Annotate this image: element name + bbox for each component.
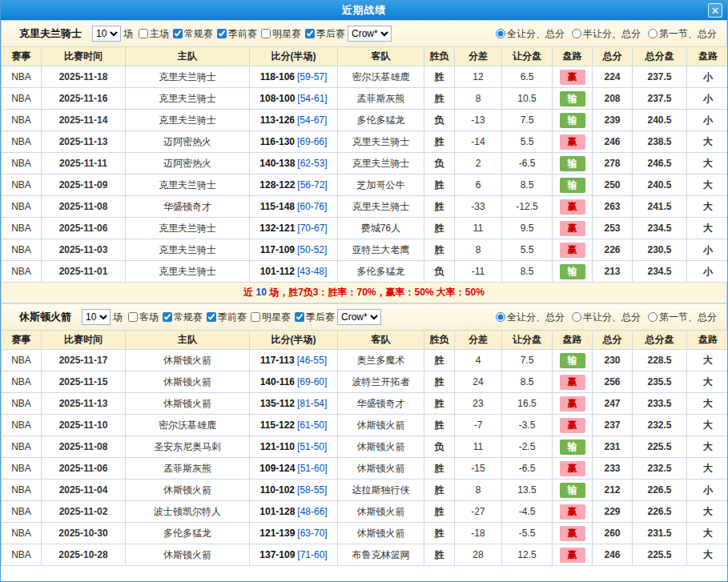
cell-home-team: 克里夫兰骑士: [126, 239, 250, 261]
handicap-result-badge: 赢: [560, 243, 585, 258]
cell-result: 胜: [424, 239, 455, 261]
filter-radio[interactable]: 全让分、总分: [496, 27, 565, 41]
checkbox-input[interactable]: [305, 29, 315, 38]
checkbox-input[interactable]: [295, 312, 304, 322]
half-score-text: [56-72]: [297, 179, 327, 191]
cell-handicap-line: -6.5: [502, 153, 553, 175]
cell-league: NBA: [2, 131, 42, 153]
cell-league: NBA: [2, 480, 42, 501]
filter-checkbox[interactable]: 常规赛: [163, 311, 203, 324]
cell-total-points: 239: [593, 110, 633, 131]
column-header: 比赛时间: [42, 47, 126, 66]
checkbox-input[interactable]: [207, 312, 216, 322]
odds-company-select[interactable]: Crow*: [348, 26, 392, 42]
cell-handicap-result: 赢: [553, 501, 593, 523]
cell-total-points: 213: [593, 261, 633, 283]
cell-over-under: 小: [687, 66, 728, 88]
cell-home-team: 克里夫兰骑士: [126, 175, 250, 196]
cell-total-line: 241.5: [633, 196, 687, 218]
game-row: NBA 2025-11-17 休斯顿火箭 117-113[46-55] 奥兰多魔…: [2, 350, 728, 371]
cell-away-team: 休斯顿火箭: [338, 436, 424, 458]
half-score-text: [51-50]: [297, 441, 327, 452]
games-count-select[interactable]: 10: [82, 309, 111, 325]
radio-input[interactable]: [572, 29, 581, 38]
game-row: NBA 2025-11-08 圣安东尼奥马刺 121-110[51-50] 休斯…: [2, 436, 728, 458]
radio-input[interactable]: [572, 312, 581, 322]
score-text: 113-126: [260, 114, 295, 126]
odds-company-select[interactable]: Crow*: [337, 309, 381, 325]
filter-checkbox[interactable]: 明星赛: [261, 27, 301, 41]
checkbox-label: 季前赛: [218, 311, 247, 324]
cell-away-team: 芝加哥公牛: [338, 175, 424, 196]
game-row: NBA 2025-11-15 休斯顿火箭 140-116[69-60] 波特兰开…: [2, 371, 728, 393]
half-score-text: [46-55]: [297, 355, 327, 366]
cell-date: 2025-11-08: [42, 436, 126, 458]
cell-handicap-result: 赢: [553, 458, 593, 480]
cell-point-diff: 4: [455, 350, 502, 371]
cell-away-team: 波特兰开拓者: [338, 371, 424, 393]
radio-input[interactable]: [496, 29, 505, 38]
cell-away-team: 休斯顿火箭: [338, 458, 424, 480]
checkbox-label: 常规赛: [174, 311, 203, 324]
filter-checkbox[interactable]: 季前赛: [217, 27, 257, 41]
cell-over-under: 小: [687, 110, 728, 131]
filter-checkbox[interactable]: 常规赛: [173, 27, 213, 41]
handicap-result-badge: 输: [560, 113, 585, 128]
handicap-result-badge: 赢: [560, 548, 585, 563]
cell-over-under: 大: [687, 175, 728, 196]
filter-checkbox[interactable]: 季前赛: [207, 311, 247, 324]
score-text: 121-110: [260, 441, 295, 452]
checkbox-input[interactable]: [128, 312, 138, 322]
half-score-text: [54-67]: [297, 114, 327, 126]
filter-checkbox[interactable]: 客场: [128, 311, 159, 324]
checkbox-input[interactable]: [217, 29, 227, 38]
radio-input[interactable]: [648, 312, 658, 322]
checkbox-input[interactable]: [163, 312, 172, 322]
checkbox-label: 明星赛: [262, 311, 291, 324]
table-body: NBA 2025-11-17 休斯顿火箭 117-113[46-55] 奥兰多魔…: [2, 350, 728, 566]
cell-date: 2025-10-28: [42, 544, 126, 566]
radio-label: 半让分、总分: [583, 27, 641, 41]
checkbox-input[interactable]: [173, 29, 183, 38]
checkbox-input[interactable]: [139, 29, 148, 38]
filter-radio[interactable]: 第一节、总分: [648, 311, 717, 324]
cell-handicap-line: -2.5: [502, 436, 553, 458]
half-score-text: [69-60]: [297, 376, 327, 387]
cell-away-team: 孟菲斯灰熊: [338, 88, 424, 110]
cell-over-under: 小: [687, 480, 728, 501]
score-text: 128-122: [259, 179, 295, 191]
column-header: 让分盘: [502, 331, 553, 350]
filter-checkbox[interactable]: 明星赛: [251, 311, 291, 324]
filter-radio[interactable]: 全让分、总分: [496, 311, 565, 324]
table-header-row: 赛事比赛时间主队比分(半场)客队胜负分差让分盘盘路总分总分盘盘路: [2, 331, 728, 350]
cell-away-team: 休斯顿火箭: [338, 523, 424, 544]
score-text: 101-128: [259, 506, 295, 517]
cell-league: NBA: [2, 66, 42, 88]
checkbox-input[interactable]: [261, 29, 271, 38]
filter-radio[interactable]: 半让分、总分: [572, 27, 641, 41]
cell-result: 负: [424, 110, 455, 131]
cell-date: 2025-11-09: [42, 175, 126, 196]
cell-point-diff: 11: [455, 436, 502, 458]
filter-checkbox[interactable]: 季后赛: [305, 27, 345, 41]
cell-handicap-result: 赢: [553, 371, 593, 393]
filter-checkbox[interactable]: 季后赛: [295, 311, 335, 324]
radio-input[interactable]: [648, 29, 658, 38]
game-row: NBA 2025-11-01 克里夫兰骑士 101-112[43-48] 多伦多…: [2, 261, 728, 283]
cell-over-under: 小: [687, 261, 728, 283]
cell-score: 140-116[69-60]: [250, 371, 338, 393]
column-header: 盘路: [553, 331, 593, 350]
games-count-select[interactable]: 10: [92, 26, 121, 42]
filter-checkbox[interactable]: 主场: [139, 27, 169, 41]
filter-radio[interactable]: 第一节、总分: [648, 27, 717, 41]
cell-total-points: 237: [593, 415, 633, 436]
handicap-result-badge: 输: [560, 178, 585, 193]
cell-point-diff: -11: [455, 261, 502, 283]
close-icon[interactable]: ✕: [708, 3, 722, 18]
cell-date: 2025-11-13: [42, 393, 126, 415]
checkbox-input[interactable]: [251, 312, 260, 322]
cell-away-team: 达拉斯独行侠: [338, 480, 424, 501]
cell-result: 胜: [424, 66, 455, 88]
radio-input[interactable]: [496, 312, 505, 322]
filter-radio[interactable]: 半让分、总分: [572, 311, 641, 324]
